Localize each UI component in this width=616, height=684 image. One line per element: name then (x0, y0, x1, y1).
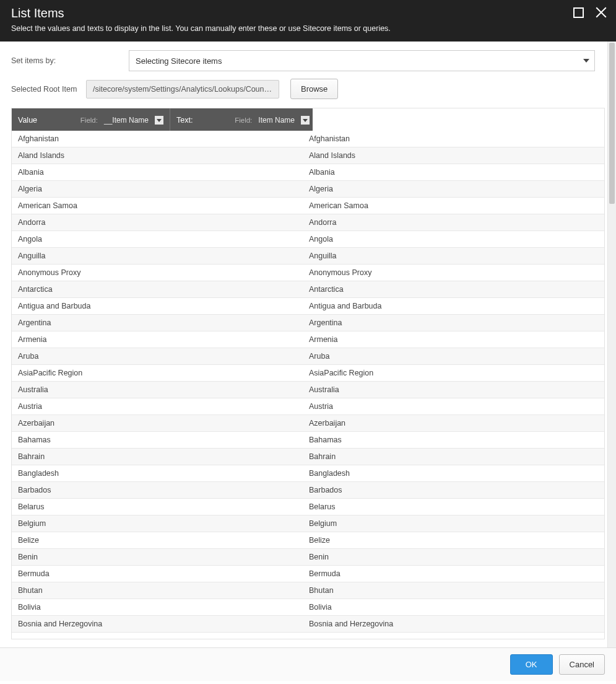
table-row[interactable]: BangladeshBangladesh (12, 465, 604, 482)
text-cell: Argentina (303, 315, 604, 331)
text-cell: Antigua and Barbuda (303, 298, 604, 314)
value-cell: Bhutan (12, 582, 303, 598)
scrollbar-track[interactable] (607, 42, 616, 647)
table-row[interactable]: Aland IslandsAland Islands (12, 147, 604, 164)
value-cell: Bahamas (12, 432, 303, 448)
value-cell: Bangladesh (12, 465, 303, 481)
text-cell: Bermuda (303, 566, 604, 582)
set-items-label: Set items by: (11, 56, 129, 65)
value-cell: Barbados (12, 482, 303, 498)
close-icon[interactable] (595, 6, 607, 19)
table-row[interactable]: BelarusBelarus (12, 499, 604, 515)
table-row[interactable]: AngolaAngola (12, 231, 604, 248)
text-cell: Bosnia and Herzegovina (303, 616, 604, 632)
table-row[interactable]: AnguillaAnguilla (12, 248, 604, 265)
value-cell: Belgium (12, 515, 303, 532)
dialog-footer: OK Cancel (0, 647, 616, 681)
value-cell: Azerbaijan (12, 415, 303, 431)
table-row[interactable]: BahamasBahamas (12, 432, 604, 449)
table-row[interactable]: AntarcticaAntarctica (12, 281, 604, 298)
scrollbar-thumb[interactable] (609, 43, 615, 204)
table-row[interactable]: Bosnia and HerzegovinaBosnia and Herzego… (12, 616, 604, 633)
text-cell: Benin (303, 549, 604, 565)
value-cell: Andorra (12, 214, 303, 230)
text-cell: Austria (303, 398, 604, 414)
browse-button[interactable]: Browse (290, 79, 338, 99)
value-cell: Algeria (12, 181, 303, 197)
text-cell: Andorra (303, 214, 604, 230)
text-field-dropdown-icon[interactable] (301, 116, 310, 125)
dialog-subtitle: Select the values and texts to display i… (11, 24, 605, 33)
value-cell: American Samoa (12, 198, 303, 214)
table-row[interactable]: ArmeniaArmenia (12, 331, 604, 348)
set-items-value: Selecting Sitecore items (136, 56, 222, 66)
text-cell: Angola (303, 231, 604, 247)
table-row[interactable]: BhutanBhutan (12, 582, 604, 599)
table-row[interactable]: AndorraAndorra (12, 214, 604, 231)
value-cell: Angola (12, 231, 303, 247)
table-row[interactable]: Antigua and BarbudaAntigua and Barbuda (12, 298, 604, 315)
text-cell: Bahrain (303, 449, 604, 465)
root-item-label: Selected Root Item (11, 85, 84, 94)
table-row[interactable]: BarbadosBarbados (12, 482, 604, 499)
text-cell: Belgium (303, 515, 604, 532)
set-items-select[interactable]: Selecting Sitecore items (129, 50, 595, 71)
chevron-down-icon (583, 59, 589, 63)
ok-button[interactable]: OK (510, 654, 553, 675)
dialog-header: List Items Select the values and texts t… (0, 0, 616, 42)
table-row[interactable]: AlbaniaAlbania (12, 164, 604, 181)
text-cell: Australia (303, 382, 604, 398)
table-row[interactable]: BoliviaBolivia (12, 599, 604, 616)
text-cell: Belarus (303, 499, 604, 515)
table-row[interactable]: ArubaAruba (12, 348, 604, 365)
text-cell: Armenia (303, 331, 604, 348)
text-cell: Bhutan (303, 582, 604, 598)
text-cell: Bangladesh (303, 465, 604, 481)
table-row[interactable]: Anonymous ProxyAnonymous Proxy (12, 265, 604, 281)
table-row[interactable]: BahrainBahrain (12, 449, 604, 465)
table-row[interactable]: BeninBenin (12, 549, 604, 566)
maximize-icon[interactable] (573, 7, 584, 18)
value-cell: Aruba (12, 348, 303, 364)
table-row[interactable]: ArgentinaArgentina (12, 315, 604, 331)
text-cell: Anonymous Proxy (303, 265, 604, 281)
value-cell: AsiaPacific Region (12, 365, 303, 381)
text-cell: Afghanistan (303, 131, 604, 147)
value-field-dropdown-icon[interactable] (155, 116, 163, 125)
table-row[interactable]: BelgiumBelgium (12, 515, 604, 532)
dialog-title: List Items (11, 6, 605, 20)
value-cell: Anguilla (12, 248, 303, 264)
text-cell: Aruba (303, 348, 604, 364)
table-header: Value Field: __Item Name Text: Field: It… (12, 108, 313, 131)
table-row[interactable]: AustraliaAustralia (12, 382, 604, 398)
cancel-button[interactable]: Cancel (559, 654, 605, 675)
value-cell: Bahrain (12, 449, 303, 465)
table-row[interactable]: AfghanistanAfghanistan (12, 131, 604, 147)
table-row[interactable]: AzerbaijanAzerbaijan (12, 415, 604, 432)
value-cell: Belize (12, 532, 303, 548)
text-cell: Antarctica (303, 281, 604, 297)
items-table: Value Field: __Item Name Text: Field: It… (11, 108, 605, 639)
value-cell: Australia (12, 382, 303, 398)
text-cell: Bahamas (303, 432, 604, 448)
text-field-name: Item Name (258, 116, 295, 125)
text-cell: AsiaPacific Region (303, 365, 604, 381)
table-row[interactable]: AustriaAustria (12, 398, 604, 415)
value-column-header: Value (18, 116, 37, 125)
value-cell: Bolivia (12, 599, 303, 615)
text-cell: Anguilla (303, 248, 604, 264)
table-row[interactable]: BelizeBelize (12, 532, 604, 549)
value-cell: Antarctica (12, 281, 303, 297)
table-row[interactable]: American SamoaAmerican Samoa (12, 198, 604, 214)
text-cell: Belize (303, 532, 604, 548)
value-cell: Belarus (12, 499, 303, 515)
text-field-label: Field: (235, 116, 252, 124)
table-row[interactable]: BermudaBermuda (12, 566, 604, 582)
text-cell: Algeria (303, 181, 604, 197)
table-row[interactable]: AlgeriaAlgeria (12, 181, 604, 198)
value-cell: Benin (12, 549, 303, 565)
value-cell: Austria (12, 398, 303, 414)
table-row[interactable]: AsiaPacific RegionAsiaPacific Region (12, 365, 604, 382)
value-field-name: __Item Name (104, 116, 149, 125)
value-cell: Anonymous Proxy (12, 265, 303, 281)
